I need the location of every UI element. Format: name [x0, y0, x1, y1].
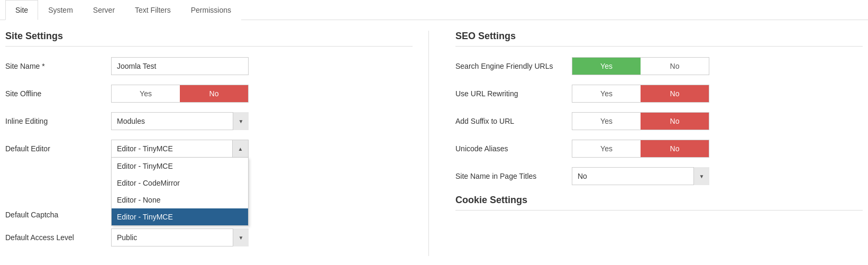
default-editor-value: Editor - TinyMCE — [112, 140, 232, 157]
default-editor-dropdown: Editor - TinyMCE Editor - CodeMirror Edi… — [111, 158, 249, 226]
unicode-yes-btn[interactable]: Yes — [572, 140, 641, 157]
tab-server[interactable]: Server — [83, 0, 125, 20]
site-offline-label: Site Offline — [5, 89, 111, 98]
suffix-label: Add Suffix to URL — [455, 117, 572, 125]
site-offline-no-btn[interactable]: No — [180, 85, 248, 102]
editor-tinymce-option-2[interactable]: Editor - TinyMCE — [112, 208, 248, 225]
tab-text-filters[interactable]: Text Filters — [125, 0, 181, 20]
inline-editing-select[interactable]: Modules None Simple All — [111, 112, 249, 130]
sef-label: Search Engine Friendly URLs — [455, 62, 572, 70]
site-offline-toggle[interactable]: Yes No — [111, 85, 249, 103]
tab-site[interactable]: Site — [5, 0, 38, 20]
site-settings-panel: Site Settings Site Name * Site Offline Y… — [5, 31, 429, 256]
inline-editing-label: Inline Editing — [5, 117, 111, 125]
unicode-label: Unicode Aliases — [455, 144, 572, 153]
suffix-row: Add Suffix to URL Yes No — [455, 112, 863, 130]
site-offline-yes-btn[interactable]: Yes — [112, 85, 180, 102]
inline-editing-select-wrapper: Modules None Simple All ▼ — [111, 112, 249, 130]
default-editor-row: Default Editor Editor - TinyMCE ▲ Editor… — [5, 140, 413, 158]
sef-no-btn[interactable]: No — [641, 58, 709, 75]
sitename-label: Site Name in Page Titles — [455, 172, 572, 180]
unicode-no-btn[interactable]: No — [641, 140, 709, 157]
url-rewriting-toggle[interactable]: Yes No — [572, 85, 709, 103]
editor-codemirror-option[interactable]: Editor - CodeMirror — [112, 175, 248, 191]
sitename-select[interactable]: No Before After — [572, 167, 709, 185]
seo-settings-panel: SEO Settings Search Engine Friendly URLs… — [450, 31, 863, 256]
default-editor-label: Default Editor — [5, 144, 111, 153]
default-captcha-label: Default Captcha — [5, 211, 111, 219]
url-rewriting-no-btn[interactable]: No — [641, 85, 709, 102]
site-settings-title: Site Settings — [5, 31, 413, 47]
url-rewriting-label: Use URL Rewriting — [455, 89, 572, 98]
unicode-row: Unicode Aliases Yes No — [455, 140, 863, 158]
sitename-row: Site Name in Page Titles No Before After… — [455, 167, 863, 185]
default-access-select[interactable]: Public Registered Special — [111, 229, 249, 246]
sef-row: Search Engine Friendly URLs Yes No — [455, 57, 863, 75]
default-access-row: Default Access Level Public Registered S… — [5, 229, 413, 246]
tab-permissions[interactable]: Permissions — [181, 0, 241, 20]
default-editor-input[interactable]: Editor - TinyMCE ▲ — [111, 140, 249, 158]
default-editor-arrow-icon[interactable]: ▲ — [232, 140, 248, 157]
suffix-yes-btn[interactable]: Yes — [572, 113, 641, 130]
url-rewriting-yes-btn[interactable]: Yes — [572, 85, 641, 102]
cookie-settings-title: Cookie Settings — [455, 195, 863, 211]
unicode-toggle[interactable]: Yes No — [572, 140, 709, 158]
editor-tinymce-option-1[interactable]: Editor - TinyMCE — [112, 158, 248, 175]
sitename-select-wrapper: No Before After ▼ — [572, 167, 709, 185]
suffix-toggle[interactable]: Yes No — [572, 112, 709, 130]
site-name-row: Site Name * — [5, 57, 413, 75]
site-offline-row: Site Offline Yes No — [5, 85, 413, 103]
url-rewriting-row: Use URL Rewriting Yes No — [455, 85, 863, 103]
site-name-label: Site Name * — [5, 62, 111, 70]
main-content: Site Settings Site Name * Site Offline Y… — [0, 20, 868, 265]
tab-system[interactable]: System — [38, 0, 83, 20]
suffix-no-btn[interactable]: No — [641, 113, 709, 130]
sef-yes-btn[interactable]: Yes — [572, 58, 641, 75]
tab-bar: Site System Server Text Filters Permissi… — [0, 0, 868, 20]
editor-none-option[interactable]: Editor - None — [112, 191, 248, 208]
sef-toggle[interactable]: Yes No — [572, 57, 709, 75]
inline-editing-row: Inline Editing Modules None Simple All ▼ — [5, 112, 413, 130]
default-access-label: Default Access Level — [5, 233, 111, 242]
site-name-input[interactable] — [111, 57, 249, 75]
seo-settings-title: SEO Settings — [455, 31, 863, 47]
default-access-select-wrapper: Public Registered Special ▼ — [111, 229, 249, 246]
